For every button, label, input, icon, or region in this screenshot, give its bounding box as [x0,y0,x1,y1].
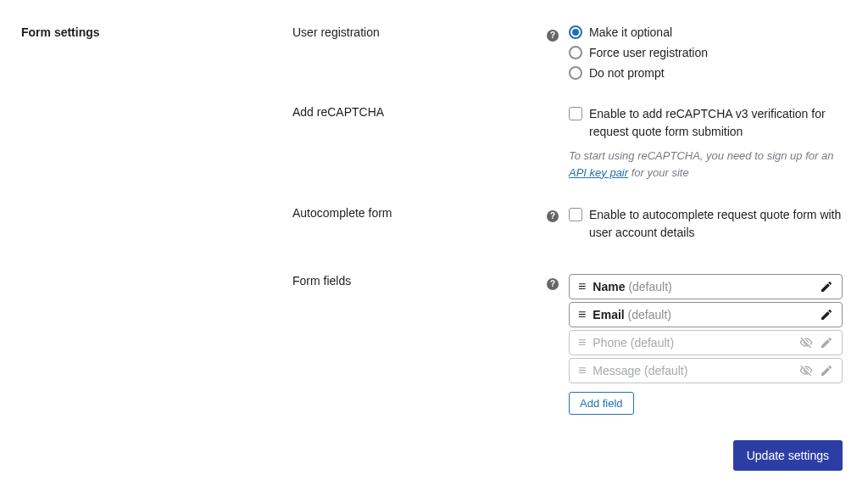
pencil-icon[interactable] [820,280,833,293]
radio-label: Do not prompt [589,66,665,80]
user-registration-label: User registration [292,25,534,80]
field-name: Name [593,280,625,293]
field-default-suffix: (default) [631,336,674,349]
autocomplete-label: Autocomplete form [292,206,534,249]
field-name: Phone [593,336,626,349]
field-item-phone[interactable]: ≡ Phone (default) [569,330,843,355]
drag-handle-icon[interactable]: ≡ [578,308,586,321]
autocomplete-row: Autocomplete form ? Enable to autocomple… [292,206,843,249]
autocomplete-checkbox-label: Enable to autocomplete request quote for… [589,206,843,242]
recaptcha-checkbox[interactable] [569,107,582,120]
section-title: Form settings [21,25,275,39]
radio-label: Make it optional [589,25,672,39]
help-icon[interactable]: ? [547,30,559,42]
field-name: Message [593,364,641,377]
radio-no-prompt[interactable]: Do not prompt [569,66,843,80]
drag-handle-icon[interactable]: ≡ [578,336,586,349]
field-default-suffix: (default) [644,364,687,377]
add-field-button[interactable]: Add field [569,392,634,415]
field-item-email[interactable]: ≡ Email (default) [569,302,843,327]
autocomplete-checkbox[interactable] [569,208,582,221]
recaptcha-row: Add reCAPTCHA Enable to add reCAPTCHA v3… [292,105,843,181]
radio-label: Force user registration [589,46,708,59]
help-icon[interactable]: ? [547,210,559,222]
drag-handle-icon[interactable]: ≡ [578,364,586,377]
api-key-link[interactable]: API key pair [569,166,628,179]
radio-input[interactable] [569,66,582,80]
field-name: Email [593,308,624,321]
field-default-suffix: (default) [628,280,671,293]
pencil-icon[interactable] [820,336,833,349]
radio-input[interactable] [569,46,582,59]
field-default-suffix: (default) [628,308,671,321]
eye-off-icon[interactable] [799,336,813,349]
help-icon[interactable]: ? [547,278,559,290]
pencil-icon[interactable] [820,308,833,321]
radio-force[interactable]: Force user registration [569,46,843,59]
pencil-icon[interactable] [820,364,833,377]
radio-optional[interactable]: Make it optional [569,25,843,39]
update-settings-button[interactable]: Update settings [733,440,843,471]
user-registration-radio-group: Make it optional Force user registration… [569,25,843,80]
eye-off-icon[interactable] [799,364,813,377]
field-item-message[interactable]: ≡ Message (default) [569,358,843,383]
form-fields-row: Form fields ? ≡ Name (default) [292,274,843,415]
user-registration-row: User registration ? Make it optional For… [292,25,843,80]
recaptcha-checkbox-label: Enable to add reCAPTCHA v3 verification … [589,105,843,141]
form-fields-list: ≡ Name (default) ≡ Email (default) [569,274,843,383]
radio-input[interactable] [569,25,582,39]
recaptcha-helper: To start using reCAPTCHA, you need to si… [569,148,843,181]
recaptcha-label: Add reCAPTCHA [292,105,534,181]
drag-handle-icon[interactable]: ≡ [578,280,586,293]
field-item-name[interactable]: ≡ Name (default) [569,274,843,299]
form-fields-label: Form fields [292,274,534,415]
